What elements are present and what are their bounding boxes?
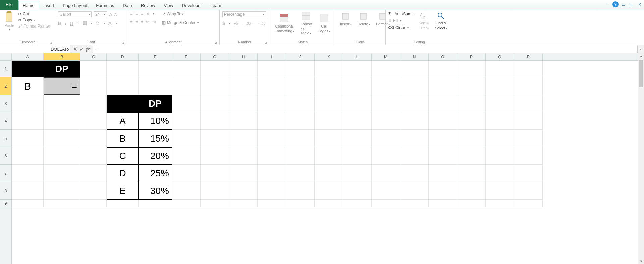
cell-I3[interactable] xyxy=(258,95,286,112)
cell-P2[interactable] xyxy=(457,77,486,95)
cell-J6[interactable] xyxy=(286,147,315,165)
cell-G6[interactable] xyxy=(201,147,229,165)
cell-C7[interactable] xyxy=(80,165,107,182)
wrap-text-button[interactable]: ⤶Wrap Text xyxy=(162,11,199,17)
row-header-4[interactable]: 4 xyxy=(0,112,11,130)
cell-N5[interactable] xyxy=(400,130,429,147)
cell-B2[interactable]: = xyxy=(44,77,80,95)
cell-P6[interactable] xyxy=(457,147,486,165)
cell-B5[interactable] xyxy=(44,130,80,147)
accept-formula-icon[interactable]: ✓ xyxy=(79,46,84,52)
cell-K9[interactable] xyxy=(315,200,343,207)
align-top-icon[interactable]: ≡ xyxy=(130,11,133,16)
cell-H5[interactable] xyxy=(229,130,258,147)
cell-Q8[interactable] xyxy=(486,182,514,200)
cell-B3[interactable] xyxy=(44,95,80,112)
align-left-icon[interactable]: ≡ xyxy=(130,19,133,24)
cell-D8[interactable]: E xyxy=(107,182,139,200)
cell-E6[interactable]: 20% xyxy=(139,147,172,165)
cell-P5[interactable] xyxy=(457,130,486,147)
col-header-I[interactable]: I xyxy=(258,53,286,60)
col-header-N[interactable]: N xyxy=(400,53,429,60)
cell-F4[interactable] xyxy=(172,112,201,130)
scroll-up-icon[interactable]: ▲ xyxy=(638,53,644,59)
col-header-K[interactable]: K xyxy=(315,53,343,60)
cell-J1[interactable] xyxy=(286,61,315,77)
cell-R1[interactable] xyxy=(514,61,543,77)
fx-icon[interactable]: fx xyxy=(86,46,90,52)
cell-E5[interactable]: 15% xyxy=(139,130,172,147)
cell-D3[interactable] xyxy=(107,95,139,112)
cell-L7[interactable] xyxy=(343,165,372,182)
cell-E7[interactable]: 25% xyxy=(139,165,172,182)
cell-B1[interactable]: DP xyxy=(44,61,80,77)
tab-team[interactable]: Team xyxy=(206,1,226,10)
cell-J2[interactable] xyxy=(286,77,315,95)
row-header-6[interactable]: 6 xyxy=(0,147,11,165)
col-header-A[interactable]: A xyxy=(12,53,44,60)
row-header-5[interactable]: 5 xyxy=(0,130,11,147)
tab-data[interactable]: Data xyxy=(118,1,136,10)
tab-home[interactable]: Home xyxy=(18,1,39,10)
cell-R8[interactable] xyxy=(514,182,543,200)
cell-L1[interactable] xyxy=(343,61,372,77)
cell-A1[interactable] xyxy=(12,61,44,77)
cell-B6[interactable] xyxy=(44,147,80,165)
conditional-formatting-button[interactable]: ConditionalFormatting▾ xyxy=(273,13,297,33)
cell-F6[interactable] xyxy=(172,147,201,165)
indent-decrease-icon[interactable]: ⇤ xyxy=(146,19,150,24)
col-header-B[interactable]: B xyxy=(44,53,80,60)
cell-O8[interactable] xyxy=(429,182,457,200)
percent-icon[interactable]: % xyxy=(234,21,238,26)
cell-D6[interactable]: C xyxy=(107,147,139,165)
merge-center-button[interactable]: ▥Merge & Center▾ xyxy=(162,20,199,25)
cell-A3[interactable] xyxy=(12,95,44,112)
cell-H3[interactable] xyxy=(229,95,258,112)
cell-H9[interactable] xyxy=(229,200,258,207)
cell-O7[interactable] xyxy=(429,165,457,182)
cell-styles-button[interactable]: CellStyles▾ xyxy=(316,13,332,33)
align-middle-icon[interactable]: ≡ xyxy=(136,11,138,16)
cell-I4[interactable] xyxy=(258,112,286,130)
font-face-combo[interactable]: Calibri▾ xyxy=(58,11,92,17)
cell-K4[interactable] xyxy=(315,112,343,130)
cell-C6[interactable] xyxy=(80,147,107,165)
cell-N3[interactable] xyxy=(400,95,429,112)
row-header-2[interactable]: 2 xyxy=(0,77,11,95)
row-header-8[interactable]: 8 xyxy=(0,182,11,200)
cell-L8[interactable] xyxy=(343,182,372,200)
cell-A2[interactable]: B xyxy=(12,77,44,95)
col-header-Q[interactable]: Q xyxy=(486,53,514,60)
cell-I2[interactable] xyxy=(258,77,286,95)
alignment-launcher-icon[interactable]: ◢ xyxy=(214,41,217,44)
cell-D4[interactable]: A xyxy=(107,112,139,130)
cell-E2[interactable] xyxy=(139,77,172,95)
cell-N2[interactable] xyxy=(400,77,429,95)
cell-R9[interactable] xyxy=(514,200,543,207)
cell-M1[interactable] xyxy=(372,61,400,77)
font-launcher-icon[interactable]: ◢ xyxy=(122,41,124,44)
format-painter-button[interactable]: 🖌Format Painter xyxy=(18,23,50,29)
cell-M3[interactable] xyxy=(372,95,400,112)
formula-expand-icon[interactable]: ▾ xyxy=(637,45,644,53)
window-minimize-icon[interactable]: ▭ xyxy=(621,1,627,7)
cell-J7[interactable] xyxy=(286,165,315,182)
format-as-table-button[interactable]: Formatas Table▾ xyxy=(299,11,314,35)
col-header-J[interactable]: J xyxy=(286,53,315,60)
cell-D7[interactable]: D xyxy=(107,165,139,182)
cell-H1[interactable] xyxy=(229,61,258,77)
currency-icon[interactable]: $ xyxy=(222,21,225,26)
cell-N8[interactable] xyxy=(400,182,429,200)
row-header-3[interactable]: 3 xyxy=(0,95,11,112)
row-header-9[interactable]: 9 xyxy=(0,200,11,207)
align-right-icon[interactable]: ≡ xyxy=(141,19,143,24)
col-header-C[interactable]: C xyxy=(80,53,107,60)
font-color-button[interactable]: A xyxy=(108,20,112,26)
cell-Q6[interactable] xyxy=(486,147,514,165)
cell-G9[interactable] xyxy=(201,200,229,207)
cell-R2[interactable] xyxy=(514,77,543,95)
clipboard-launcher-icon[interactable]: ◢ xyxy=(50,41,52,44)
row-header-7[interactable]: 7 xyxy=(0,165,11,182)
cell-O2[interactable] xyxy=(429,77,457,95)
cell-E8[interactable]: 30% xyxy=(139,182,172,200)
